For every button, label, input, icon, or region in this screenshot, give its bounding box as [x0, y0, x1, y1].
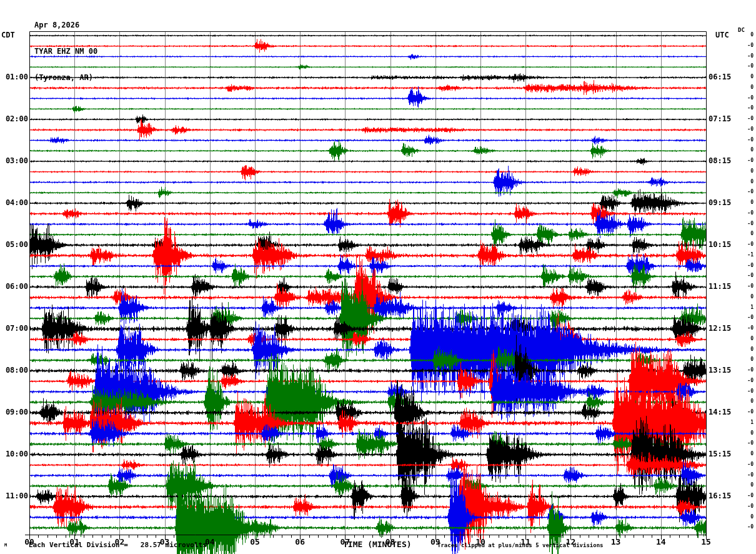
- x-tick-label: 06: [292, 538, 308, 546]
- left-time-label: 04:00: [1, 199, 28, 208]
- header-date: Apr 8,2026: [34, 21, 97, 29]
- right-time-label: 11:15: [709, 283, 740, 291]
- x-axis-title: TIME (MINUTES): [343, 540, 412, 549]
- right-time-label: 14:15: [709, 408, 740, 417]
- right-time-label: 10:15: [709, 241, 740, 249]
- dc-value: -0: [737, 273, 754, 280]
- x-tick-label: 15: [698, 538, 714, 546]
- dc-value: -0: [737, 64, 754, 70]
- right-time-label: 13:15: [709, 366, 740, 375]
- left-time-label: 07:00: [1, 325, 28, 333]
- left-time-label: 03:00: [1, 157, 28, 166]
- dc-value: 0: [737, 483, 754, 489]
- dc-value: 0: [737, 200, 754, 206]
- dc-value: 1: [737, 420, 754, 426]
- header-station: TYAR EHZ NM 00: [34, 47, 97, 56]
- dc-value: -0: [737, 284, 754, 290]
- dc-value: -0: [737, 242, 754, 248]
- dc-value: 0: [737, 295, 754, 301]
- dc-value: 0: [737, 399, 754, 405]
- left-time-label: 01:00: [1, 73, 28, 82]
- dc-value: -0: [737, 106, 754, 112]
- scale-note: Each Vertical Division = 28.57 microvolt…: [29, 541, 207, 549]
- left-time-label: 10:00: [1, 450, 28, 459]
- right-time-label: 09:15: [709, 199, 740, 208]
- dc-value: 0: [737, 148, 754, 154]
- right-timezone-label: UTC: [715, 31, 729, 39]
- clip-note: Traces clipped at plus/minus 5 vertical …: [437, 543, 604, 549]
- left-time-label: 11:00: [1, 492, 28, 501]
- dc-value: 0: [737, 33, 754, 39]
- dc-value: -0: [737, 96, 754, 102]
- dc-value: 0: [737, 347, 754, 353]
- dc-value: 1: [737, 305, 754, 311]
- dc-value: -0: [737, 368, 754, 374]
- dc-value: -0: [737, 211, 754, 217]
- x-tick-label: 13: [608, 538, 624, 546]
- dc-value: -1: [737, 253, 754, 259]
- dc-value: -0: [737, 263, 754, 269]
- left-time-label: 06:00: [1, 283, 28, 291]
- dc-value: 0: [737, 357, 754, 363]
- dc-value: -0: [737, 441, 754, 447]
- dc-value: 0: [737, 85, 754, 91]
- right-time-label: 08:15: [709, 157, 740, 166]
- dc-value: -0: [737, 221, 754, 228]
- dc-value: -0: [737, 493, 754, 500]
- left-time-label: 08:00: [1, 366, 28, 375]
- dc-value: 0: [737, 451, 754, 458]
- x-tick-label: 14: [653, 538, 669, 546]
- right-time-label: 15:15: [709, 450, 740, 459]
- dc-value: -0: [737, 462, 754, 468]
- left-time-label: 02:00: [1, 115, 28, 124]
- dc-value: 0: [737, 169, 754, 175]
- dc-value: -0: [737, 315, 754, 321]
- dc-value: 0: [737, 336, 754, 343]
- watermark-glyph: M: [4, 543, 7, 548]
- plot-header: Apr 8,2026 TYAR EHZ NM 00 (Tyronza, AR): [34, 3, 97, 91]
- right-time-label: 07:15: [709, 115, 740, 124]
- dc-value: 0: [737, 179, 754, 186]
- header-location: (Tyronza, AR): [34, 73, 97, 82]
- right-time-label: 16:15: [709, 492, 740, 501]
- dc-value: -0: [737, 473, 754, 479]
- dc-value: -0: [737, 54, 754, 60]
- dc-value: -0: [737, 326, 754, 332]
- dc-value: -0: [737, 43, 754, 49]
- dc-value: 0: [737, 431, 754, 437]
- left-timezone-label: CDT: [1, 31, 15, 39]
- dc-value: -0: [737, 410, 754, 416]
- left-time-label: 09:00: [1, 408, 28, 417]
- dc-value: -0: [737, 389, 754, 395]
- dc-value: 0: [737, 74, 754, 81]
- helicorder-plot-canvas: [0, 0, 756, 554]
- x-tick-label: 05: [247, 538, 263, 546]
- dc-value: -0: [737, 158, 754, 164]
- right-time-label: 12:15: [709, 325, 740, 333]
- dc-value: -0: [737, 378, 754, 385]
- left-time-label: 05:00: [1, 241, 28, 249]
- helicorder-page: { "header": { "date": "Apr 8,2026", "sta…: [0, 0, 756, 554]
- dc-value: -0: [737, 189, 754, 196]
- dc-value: 0: [737, 231, 754, 238]
- dc-value: -0: [737, 116, 754, 123]
- dc-value: -0: [737, 127, 754, 133]
- dc-value: 0: [737, 515, 754, 521]
- right-time-label: 06:15: [709, 73, 740, 82]
- dc-value: -0: [737, 504, 754, 510]
- dc-value: -0: [737, 525, 754, 531]
- dc-value: -0: [737, 138, 754, 144]
